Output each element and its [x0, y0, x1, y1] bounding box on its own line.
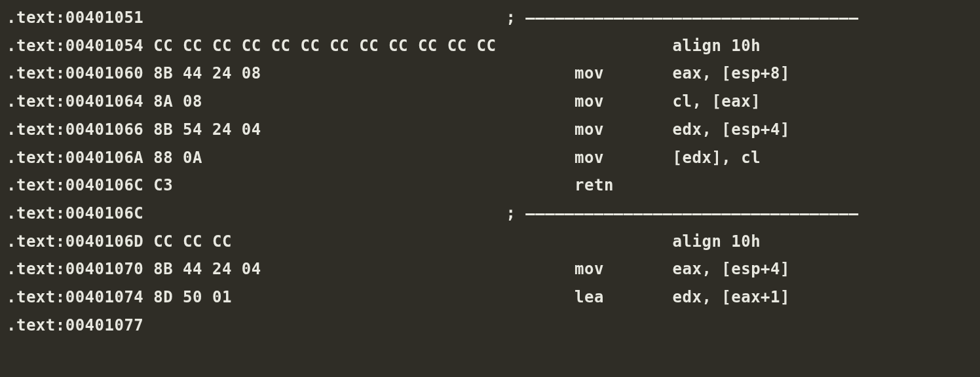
seg-addr: .text:00401074 — [7, 288, 153, 306]
asm-line: .text:00401066 8B 54 24 04 mov edx, [esp… — [7, 116, 973, 144]
separator-rule: ; —————————————————————————————————— — [506, 204, 858, 223]
bytes: 8A 08 — [153, 92, 575, 111]
seg-addr: .text:00401077 — [7, 316, 153, 334]
separator-rule: ; —————————————————————————————————— — [506, 9, 858, 27]
mnemonic — [575, 37, 673, 55]
asm-line: .text:00401070 8B 44 24 04 mov eax, [esp… — [7, 255, 973, 283]
bytes: 8B 54 24 04 — [153, 120, 575, 139]
mnemonic: mov — [575, 149, 673, 167]
mnemonic: mov — [575, 260, 673, 278]
bytes: 8D 50 01 — [153, 288, 575, 306]
operands: [edx], cl — [673, 149, 761, 167]
operands: cl, [eax] — [673, 92, 761, 111]
seg-addr: .text:0040106D — [7, 232, 153, 251]
asm-line: .text:00401060 8B 44 24 08 mov eax, [esp… — [7, 60, 973, 88]
bytes: CC CC CC — [153, 232, 575, 251]
bytes: 8B 44 24 08 — [153, 64, 575, 82]
operands: eax, [esp+4] — [673, 260, 790, 278]
seg-addr: .text:00401060 — [7, 64, 153, 82]
bytes: CC CC CC CC CC CC CC CC CC CC CC CC — [153, 37, 575, 55]
seg-addr: .text:0040106A — [7, 149, 153, 167]
operands: align 10h — [673, 37, 761, 55]
asm-line: .text:00401051 ; ———————————————————————… — [7, 4, 973, 32]
bytes: 88 0A — [153, 149, 575, 167]
asm-line: .text:00401074 8D 50 01 lea edx, [eax+1] — [7, 283, 973, 312]
asm-line: .text:0040106C C3 retn — [7, 171, 973, 200]
bytes — [153, 9, 506, 27]
asm-line: .text:00401054 CC CC CC CC CC CC CC CC C… — [7, 32, 973, 60]
disassembly-listing: .text:00401051 ; ———————————————————————… — [0, 0, 980, 340]
mnemonic: mov — [575, 92, 673, 111]
asm-line: .text:0040106A 88 0A mov [edx], cl — [7, 144, 973, 172]
operands: align 10h — [673, 232, 761, 251]
seg-addr: .text:0040106C — [7, 204, 153, 223]
asm-line: .text:0040106C ; ———————————————————————… — [7, 200, 973, 228]
mnemonic: mov — [575, 64, 673, 82]
operands: edx, [eax+1] — [673, 288, 790, 306]
bytes — [153, 316, 575, 334]
asm-line: .text:0040106D CC CC CC align 10h — [7, 228, 973, 256]
bytes — [153, 204, 506, 223]
seg-addr: .text:00401066 — [7, 120, 153, 139]
bytes: C3 — [153, 176, 575, 194]
mnemonic — [575, 232, 673, 251]
mnemonic — [575, 316, 673, 334]
seg-addr: .text:00401064 — [7, 92, 153, 111]
seg-addr: .text:00401051 — [7, 9, 153, 27]
mnemonic: lea — [575, 288, 673, 306]
bytes: 8B 44 24 04 — [153, 260, 575, 278]
mnemonic: mov — [575, 120, 673, 139]
seg-addr: .text:00401054 — [7, 37, 153, 55]
seg-addr: .text:00401070 — [7, 260, 153, 278]
operands: eax, [esp+8] — [673, 64, 790, 82]
asm-line: .text:00401064 8A 08 mov cl, [eax] — [7, 88, 973, 116]
mnemonic: retn — [575, 176, 673, 194]
seg-addr: .text:0040106C — [7, 176, 153, 194]
asm-line: .text:00401077 — [7, 312, 973, 340]
operands: edx, [esp+4] — [673, 120, 790, 139]
